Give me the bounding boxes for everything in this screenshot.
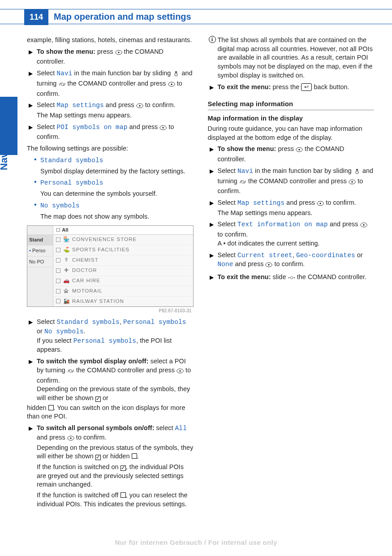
press-controller-icon <box>360 221 367 230</box>
step-marker-icon: ▶ <box>29 124 33 131</box>
text: The map does not show any symbols. <box>40 212 194 221</box>
step: ▶ To exit the menu: slide the COMAND con… <box>218 273 375 283</box>
turn-controller-icon <box>67 367 74 376</box>
press-controller-icon <box>115 49 122 58</box>
body-text: example, filling stations, hotels, cinem… <box>27 36 374 525</box>
text: . <box>137 453 139 460</box>
step-marker-icon: ▶ <box>210 252 214 259</box>
step-title: To exit the menu: <box>218 273 271 280</box>
text: select <box>155 424 175 431</box>
turn-controller-icon <box>239 178 246 187</box>
step: ▶ Select Navi in the main function bar b… <box>218 167 375 196</box>
text: to confirm. <box>143 101 176 108</box>
bullet-icon: • <box>34 156 37 163</box>
menu-item: Personal symbols <box>73 337 136 345</box>
menu-item: Geo-coordinates <box>296 252 355 259</box>
text: press the <box>271 83 302 91</box>
step: ▶ To switch the symbol display on/off: s… <box>37 357 194 403</box>
step: ▶ Select Map settings and press to confi… <box>218 198 375 217</box>
step-title: To show the menu: <box>37 48 95 55</box>
list-item: Stand <box>27 235 53 246</box>
text: Symbol display determined by the factory… <box>40 167 194 176</box>
text: Select <box>37 318 56 325</box>
svg-point-27 <box>290 276 293 279</box>
press-controller-icon <box>296 146 303 155</box>
text: and press <box>37 434 67 441</box>
text: The list shows all symbols that are cont… <box>218 36 373 79</box>
text: the COMAND controller and press <box>66 80 168 87</box>
step: ▶ Select Text information on map and pre… <box>218 220 375 248</box>
text: the COMAND controller and press <box>246 177 349 185</box>
text: back button. <box>312 83 349 91</box>
svg-point-10 <box>69 370 72 372</box>
press-controller-icon <box>349 178 356 187</box>
text: and press <box>284 199 317 206</box>
slide-up-icon <box>172 70 180 79</box>
checked-box-icon <box>95 397 101 402</box>
paragraph: example, filling stations, hotels, cinem… <box>27 36 194 45</box>
text: and press <box>328 220 360 228</box>
step: ▶ To show the menu: press the COMAND con… <box>37 47 194 66</box>
svg-point-5 <box>171 83 172 85</box>
text: Select <box>218 220 237 228</box>
text: the COMAND controller. <box>295 273 367 280</box>
bullet-item: • No symbols The map does not show any s… <box>40 201 194 221</box>
text: to confirm. <box>272 260 305 267</box>
bullet-item: • Personal symbols You can determine the… <box>40 178 194 198</box>
press-controller-icon <box>177 367 184 376</box>
text: the COMAND controller and press <box>74 366 177 374</box>
slide-up-icon <box>353 168 361 177</box>
list-item: No PO <box>27 257 53 267</box>
section-heading: Selecting map information <box>208 99 375 110</box>
text: . <box>84 328 86 335</box>
step-marker-icon: ▶ <box>210 168 214 175</box>
press-controller-icon <box>265 261 272 270</box>
svg-point-7 <box>139 105 140 107</box>
step-marker-icon: ▶ <box>210 221 214 228</box>
svg-point-9 <box>163 127 164 128</box>
svg-point-22 <box>320 203 321 204</box>
text: Select <box>37 123 56 130</box>
text: press <box>276 145 296 152</box>
menu-item: Navi <box>237 168 253 175</box>
step: ▶ To switch all personal symbols on/off:… <box>37 424 194 509</box>
menu-item: Map settings <box>237 199 284 207</box>
text: , <box>293 251 296 259</box>
figure-screenshot: Stand • Perso No PO ☐ All 🏪CONVENIENCE S… <box>27 225 194 307</box>
svg-point-26 <box>268 264 270 266</box>
step-marker-icon: ▶ <box>29 102 33 109</box>
menu-item: Standard symbols <box>40 157 103 164</box>
text: or <box>101 394 108 401</box>
page: 114 Map operation and map settings Navig… <box>0 0 392 556</box>
step: ▶ Select Current street, Geo-coordinates… <box>218 251 375 270</box>
figure-poi-row: 🚂RAILWAY STATION <box>53 297 193 307</box>
step: ▶ To show the menu: press the COMAND con… <box>218 145 375 164</box>
info-note: i The list shows all symbols that are co… <box>218 36 375 80</box>
checked-box-icon <box>95 455 101 460</box>
svg-point-24 <box>363 224 364 226</box>
step-marker-icon: ▶ <box>29 70 33 78</box>
step-marker-icon: ▶ <box>29 48 33 56</box>
text: If the function is switched off <box>37 491 121 499</box>
bullet-icon: • <box>34 178 37 185</box>
menu-item: Personal symbols <box>123 319 186 326</box>
text: Select <box>37 69 56 77</box>
figure-left-panel: Stand • Perso No PO <box>27 226 53 306</box>
unchecked-box-icon <box>121 492 126 498</box>
paragraph: During route guidance, you can have map … <box>208 125 375 142</box>
sub-heading: Map information in the display <box>208 114 375 123</box>
menu-item: No symbols <box>44 328 84 335</box>
text: to confirm. <box>218 231 248 238</box>
text: to confirm. <box>324 199 356 206</box>
page-number: 114 <box>24 9 48 25</box>
menu-item: No symbols <box>40 202 80 209</box>
svg-point-12 <box>179 370 181 371</box>
text: The Map settings menu appears. <box>218 209 375 218</box>
svg-point-16 <box>298 149 300 151</box>
text: Depending on the previous state of the s… <box>37 385 190 401</box>
press-controller-icon <box>317 200 324 209</box>
step-marker-icon: ▶ <box>29 425 33 432</box>
text: in the main function bar by sliding <box>73 69 173 77</box>
unchecked-box-icon <box>132 453 137 459</box>
step-marker-icon: ▶ <box>210 84 214 91</box>
